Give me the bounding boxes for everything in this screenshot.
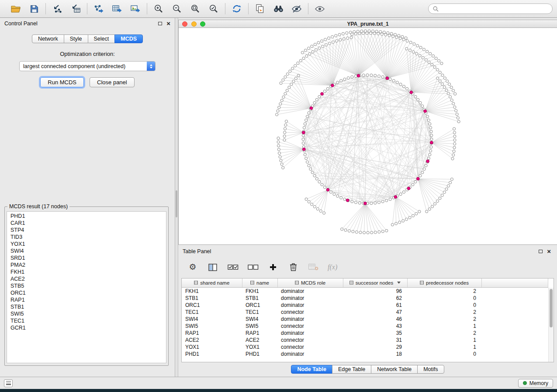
- select-all-rows-button[interactable]: [227, 261, 239, 273]
- mcds-result-item[interactable]: STP4: [7, 227, 166, 234]
- task-history-button[interactable]: [4, 379, 13, 387]
- tab-style[interactable]: Style: [64, 34, 88, 43]
- table-row[interactable]: FKH1FKH1dominator962: [182, 287, 548, 295]
- divider-scroll-thumb[interactable]: [176, 190, 177, 217]
- tab-node-table[interactable]: Node Table: [291, 365, 332, 374]
- float-panel-icon[interactable]: [539, 250, 543, 253]
- mcds-result-item[interactable]: YOX1: [7, 241, 166, 248]
- column-header-shared-name[interactable]: shared name: [182, 279, 242, 287]
- delete-column-button[interactable]: [287, 261, 299, 273]
- tab-mcds[interactable]: MCDS: [114, 34, 143, 43]
- show-hide-button[interactable]: [314, 3, 326, 15]
- column-header-mcds-role[interactable]: MCDS role: [277, 279, 343, 287]
- apply-layout-button[interactable]: [231, 3, 243, 15]
- deselect-all-rows-button[interactable]: [247, 261, 259, 273]
- tab-select[interactable]: Select: [88, 34, 115, 43]
- close-panel-icon[interactable]: ×: [547, 249, 551, 254]
- column-header-predecessor-nodes[interactable]: predecessor nodes: [407, 279, 481, 287]
- global-search: [428, 3, 553, 14]
- mcds-result-item[interactable]: PMA2: [7, 261, 166, 268]
- delete-table-button-disabled: [308, 261, 319, 273]
- table-cell: 0: [407, 351, 481, 358]
- import-network-button[interactable]: [51, 3, 63, 15]
- open-session-button[interactable]: [10, 3, 22, 15]
- float-panel-icon[interactable]: [158, 22, 162, 25]
- zoom-out-button[interactable]: [171, 3, 183, 15]
- mcds-result-list[interactable]: PHD1CAR1STP4TID3YOX1SWI4SRD1PMA2FKH1ACE2…: [7, 211, 166, 363]
- table-cell: 0: [407, 302, 481, 309]
- table-cell: 2: [407, 309, 481, 316]
- table-panel-title: Table Panel: [183, 248, 211, 254]
- table-cell: 43: [343, 323, 407, 330]
- deselect-all-icon: [248, 264, 259, 270]
- table-row[interactable]: SWI5SWI5connector431: [182, 323, 548, 330]
- mcds-result-item[interactable]: SRD1: [7, 254, 166, 261]
- search-input[interactable]: [441, 6, 548, 12]
- eye-slash-icon: [291, 5, 302, 13]
- memory-button[interactable]: Memory: [518, 379, 553, 388]
- toggle-graphics-details-button[interactable]: [291, 3, 303, 15]
- network-view-window: YPA_prune.txt_1: [178, 20, 557, 245]
- export-table-button[interactable]: [111, 3, 123, 15]
- table-row[interactable]: ORC1ORC1dominator610: [182, 302, 548, 309]
- table-cell: 61: [343, 302, 407, 309]
- fx-icon: f(x): [328, 263, 337, 271]
- mcds-result-item[interactable]: STB1: [7, 303, 166, 310]
- mcds-result-item[interactable]: GCR1: [7, 324, 166, 331]
- table-settings-button[interactable]: ⚙: [187, 261, 198, 273]
- table-row[interactable]: SWI4SWI4dominator462: [182, 316, 548, 323]
- mcds-result-item[interactable]: TID3: [7, 234, 166, 241]
- mcds-result-item[interactable]: STB5: [7, 282, 166, 289]
- save-session-button[interactable]: [28, 3, 40, 15]
- mcds-result-item[interactable]: PHD1: [7, 213, 166, 220]
- export-image-button[interactable]: [129, 3, 142, 15]
- columns-icon: [208, 264, 217, 271]
- mcds-result-item[interactable]: SWI4: [7, 248, 166, 254]
- close-panel-icon[interactable]: ×: [166, 21, 170, 26]
- sort-dropdown-icon[interactable]: [397, 282, 401, 284]
- table-cell: SWI4: [182, 316, 242, 323]
- column-header-name[interactable]: name: [242, 279, 277, 287]
- zoom-fit-button[interactable]: [189, 3, 201, 15]
- table-cell: connector: [277, 344, 343, 351]
- close-panel-button[interactable]: Close panel: [90, 77, 135, 87]
- table-cell: 46: [343, 316, 407, 323]
- export-network-button[interactable]: [93, 3, 105, 15]
- table-row[interactable]: ACE2ACE2connector311: [182, 337, 548, 344]
- optimization-criterion-dropdown[interactable]: largest connected component (undirected): [19, 61, 156, 71]
- table-row[interactable]: YOX1YOX1connector291: [182, 344, 548, 351]
- table-row[interactable]: TEC1TEC1connector472: [182, 309, 548, 316]
- zoom-in-button[interactable]: [152, 3, 165, 15]
- mcds-result-item[interactable]: FKH1: [7, 268, 166, 275]
- table-row[interactable]: PHD1PHD1dominator180: [182, 351, 548, 358]
- table-cell: 2: [407, 330, 481, 337]
- table-panel-tabs: Node Table Edge Table Network Table Moti…: [178, 365, 557, 374]
- column-header-successor-nodes[interactable]: successor nodes: [343, 279, 407, 287]
- mcds-result-item[interactable]: CAR1: [7, 220, 166, 227]
- scrollbar-thumb[interactable]: [550, 289, 553, 327]
- table-cell: STB1: [182, 295, 242, 302]
- import-table-button[interactable]: [69, 3, 82, 15]
- mcds-result-item[interactable]: ACE2: [7, 275, 166, 282]
- table-cell: 29: [343, 344, 407, 351]
- tab-network-table[interactable]: Network Table: [371, 365, 418, 374]
- network-graph[interactable]: [179, 28, 557, 244]
- mcds-result-item[interactable]: ORC1: [7, 289, 166, 296]
- mcds-result-item[interactable]: TEC1: [7, 317, 166, 324]
- table-scrollbar[interactable]: [548, 288, 554, 362]
- run-mcds-button[interactable]: Run MCDS: [40, 77, 84, 87]
- add-column-button[interactable]: [267, 261, 279, 273]
- panel-divider[interactable]: [175, 18, 178, 377]
- tab-motifs[interactable]: Motifs: [417, 365, 444, 374]
- mcds-result-item[interactable]: RAP1: [7, 296, 166, 303]
- table-row[interactable]: STB1STB1dominator620: [182, 295, 548, 302]
- network-canvas[interactable]: [179, 28, 557, 244]
- table-row[interactable]: RAP1RAP1dominator352: [182, 330, 548, 337]
- zoom-selected-button[interactable]: [208, 3, 220, 15]
- find-button[interactable]: [272, 3, 284, 15]
- tab-network[interactable]: Network: [32, 34, 64, 43]
- clone-network-button[interactable]: [254, 3, 266, 15]
- tab-edge-table[interactable]: Edge Table: [332, 365, 371, 374]
- mcds-result-item[interactable]: SWI5: [7, 310, 166, 317]
- choose-columns-button[interactable]: [207, 261, 218, 273]
